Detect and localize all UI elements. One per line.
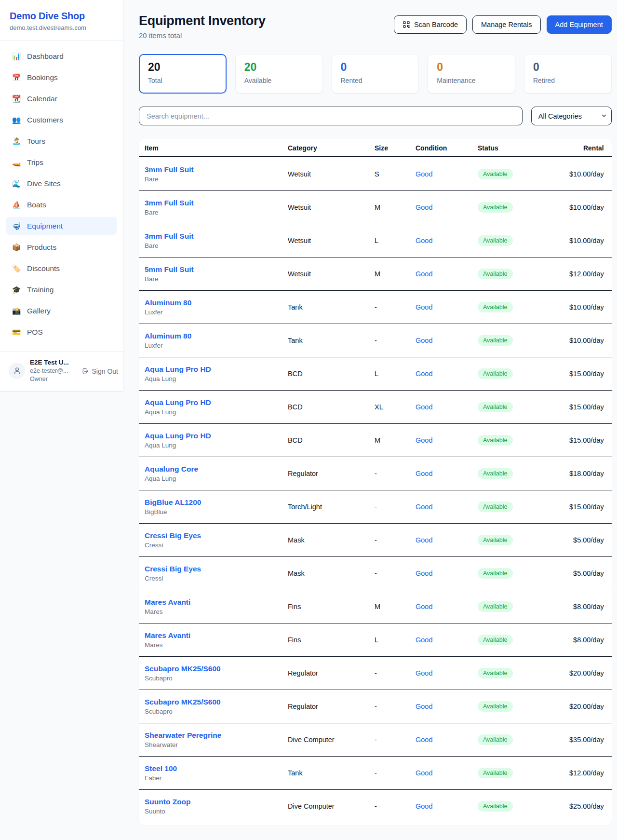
item-name-link[interactable]: Steel 100 [145, 764, 177, 773]
stat-card-total[interactable]: 20 Total [139, 54, 227, 94]
category-select[interactable]: All Categories [531, 107, 612, 125]
condition-link[interactable]: Good [416, 503, 432, 511]
condition-link[interactable]: Good [416, 802, 432, 810]
sidebar-item-products[interactable]: 📦 Products [6, 238, 117, 256]
condition-link[interactable]: Good [416, 270, 432, 278]
item-cell: Aqua Lung Pro HD Aqua Lung [145, 398, 288, 416]
sidebar-item-training[interactable]: 🎓 Training [6, 281, 117, 298]
item-name-link[interactable]: Aqualung Core [145, 465, 198, 474]
condition-link[interactable]: Good [416, 370, 432, 378]
wave-icon: 🌊 [12, 179, 21, 188]
sidebar-item-label: Products [27, 243, 56, 252]
equipment-table: ItemCategorySizeConditionStatusRental 3m… [139, 139, 612, 826]
stat-card-retired[interactable]: 0 Retired [524, 54, 612, 94]
manage-rentals-button[interactable]: Manage Rentals [472, 15, 541, 34]
item-name-link[interactable]: 5mm Full Suit [145, 265, 194, 274]
sidebar-item-boats[interactable]: ⛵ Boats [6, 196, 117, 214]
status-badge: Available [478, 568, 513, 579]
condition-link[interactable]: Good [416, 736, 432, 744]
condition-link[interactable]: Good [416, 569, 432, 577]
item-size: - [375, 470, 416, 477]
condition-link[interactable]: Good [416, 603, 432, 610]
sidebar: Demo Dive Shop demo.test.divestreams.com… [0, 0, 123, 392]
item-name-link[interactable]: Suunto Zoop [145, 798, 191, 806]
table-row: 5mm Full Suit Bare Wetsuit M Good Availa… [139, 257, 612, 290]
item-status: Available [478, 302, 569, 312]
item-name-link[interactable]: 3mm Full Suit [145, 199, 194, 207]
table-row: Aluminum 80 Luxfer Tank - Good Available… [139, 290, 612, 324]
sidebar-item-discounts[interactable]: 🏷️ Discounts [6, 259, 117, 277]
item-name-link[interactable]: Aqua Lung Pro HD [145, 365, 211, 374]
stat-label: Maintenance [437, 77, 506, 84]
sidebar-item-calendar[interactable]: 📆 Calendar [6, 90, 117, 108]
sidebar-item-dive-sites[interactable]: 🌊 Dive Sites [6, 175, 117, 192]
rental-price: $5.00/day [569, 536, 604, 544]
item-name-link[interactable]: Cressi Big Eyes [145, 565, 201, 573]
sidebar-item-bookings[interactable]: 📅 Bookings [6, 68, 117, 86]
item-name-link[interactable]: Aqua Lung Pro HD [145, 432, 211, 440]
item-name-link[interactable]: 3mm Full Suit [145, 232, 194, 241]
item-name-link[interactable]: Cressi Big Eyes [145, 531, 201, 540]
item-condition: Good [416, 669, 478, 677]
people-icon: 👥 [12, 116, 21, 124]
item-name-link[interactable]: Aluminum 80 [145, 298, 191, 307]
sign-out-button[interactable]: Sign Out [81, 367, 118, 375]
sidebar-item-gallery[interactable]: 📸 Gallery [6, 302, 117, 320]
table-row: Aqua Lung Pro HD Aqua Lung BCD XL Good A… [139, 390, 612, 423]
sidebar-item-dashboard[interactable]: 📊 Dashboard [6, 47, 117, 65]
condition-link[interactable]: Good [416, 403, 432, 411]
sidebar-item-customers[interactable]: 👥 Customers [6, 111, 117, 129]
condition-link[interactable]: Good [416, 769, 432, 777]
condition-link[interactable]: Good [416, 170, 432, 178]
condition-link[interactable]: Good [416, 337, 432, 344]
item-category: Wetsuit [288, 237, 375, 244]
column-header-size: Size [375, 144, 416, 152]
item-name-link[interactable]: Scubapro MK25/S600 [145, 664, 221, 673]
item-name-link[interactable]: Mares Avanti [145, 631, 190, 640]
avatar [9, 363, 25, 379]
sidebar-item-trips[interactable]: 🚤 Trips [6, 153, 117, 171]
item-name-link[interactable]: Scubapro MK25/S600 [145, 698, 221, 706]
sidebar-item-pos[interactable]: 💳 POS [6, 323, 117, 341]
search-input[interactable] [139, 107, 523, 125]
condition-link[interactable]: Good [416, 536, 432, 544]
rental-price: $35.00/day [569, 736, 604, 744]
condition-link[interactable]: Good [416, 703, 432, 710]
island-icon: 🏝️ [12, 137, 21, 146]
sidebar-item-tours[interactable]: 🏝️ Tours [6, 132, 117, 150]
item-condition: Good [416, 802, 478, 810]
item-category: Tank [288, 769, 375, 777]
item-status: Available [478, 768, 569, 778]
item-category: BCD [288, 403, 375, 411]
condition-link[interactable]: Good [416, 636, 432, 644]
stat-card-available[interactable]: 20 Available [235, 54, 323, 94]
item-name-link[interactable]: Mares Avanti [145, 598, 190, 607]
item-name-link[interactable]: Shearwater Peregrine [145, 731, 221, 740]
item-condition: Good [416, 503, 478, 511]
item-category: Mask [288, 536, 375, 544]
item-name-link[interactable]: Aluminum 80 [145, 332, 191, 340]
condition-link[interactable]: Good [416, 203, 432, 211]
item-size: M [375, 203, 416, 211]
status-badge: Available [478, 601, 513, 612]
condition-link[interactable]: Good [416, 436, 432, 444]
condition-link[interactable]: Good [416, 669, 432, 677]
item-category: Dive Computer [288, 802, 375, 810]
sidebar-item-equipment[interactable]: 🤿 Equipment [6, 217, 117, 235]
item-name-link[interactable]: 3mm Full Suit [145, 165, 194, 174]
table-row: Suunto Zoop Suunto Dive Computer - Good … [139, 789, 612, 823]
item-brand: Aqua Lung [145, 375, 288, 382]
stats-row: 20 Total 20 Available 0 Rented 0 Mainten… [139, 54, 612, 94]
item-condition: Good [416, 170, 478, 178]
item-condition: Good [416, 536, 478, 544]
stat-card-rented[interactable]: 0 Rented [332, 54, 419, 94]
item-name-link[interactable]: BigBlue AL1200 [145, 498, 201, 507]
stat-card-maintenance[interactable]: 0 Maintenance [428, 54, 515, 94]
condition-link[interactable]: Good [416, 303, 432, 311]
scan-barcode-button[interactable]: Scan Barcode [394, 15, 467, 34]
condition-link[interactable]: Good [416, 237, 432, 244]
add-equipment-button[interactable]: Add Equipment [547, 15, 612, 34]
item-name-link[interactable]: Aqua Lung Pro HD [145, 398, 211, 407]
condition-link[interactable]: Good [416, 470, 432, 477]
column-header-item: Item [145, 144, 288, 152]
